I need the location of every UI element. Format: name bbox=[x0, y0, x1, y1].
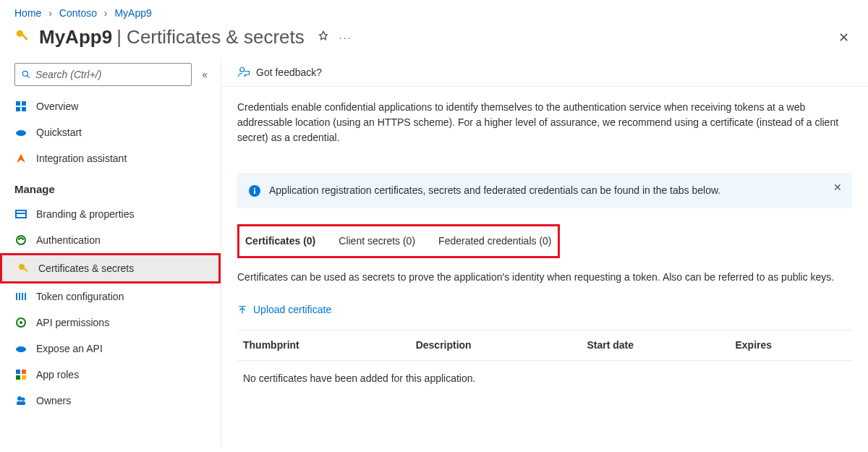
sidebar-item-label: API permissions bbox=[36, 317, 109, 328]
branding-icon bbox=[14, 208, 27, 221]
credentials-description: Credentials enable confidential applicat… bbox=[237, 100, 852, 145]
svg-rect-1 bbox=[21, 33, 28, 40]
page-header: MyApp9 | Certificates & secrets ··· ✕ bbox=[0, 23, 868, 59]
feedback-icon bbox=[237, 66, 250, 79]
feedback-label: Got feedback? bbox=[256, 67, 322, 78]
info-icon bbox=[249, 185, 260, 197]
sidebar-item-certificates[interactable]: Certificates & secrets bbox=[2, 255, 218, 281]
svg-line-3 bbox=[27, 76, 30, 78]
svg-rect-23 bbox=[16, 375, 20, 380]
col-expires: Expires bbox=[729, 330, 852, 360]
sidebar-item-expose-api[interactable]: Expose an API bbox=[0, 336, 221, 362]
sidebar-item-owners[interactable]: Owners bbox=[0, 388, 221, 414]
sidebar-item-label: Branding & properties bbox=[36, 208, 134, 220]
upload-icon bbox=[237, 305, 247, 315]
svg-point-8 bbox=[16, 130, 26, 136]
overview-icon bbox=[14, 100, 27, 113]
search-input[interactable]: Search (Ctrl+/) bbox=[14, 63, 192, 86]
svg-rect-30 bbox=[254, 190, 255, 194]
svg-point-19 bbox=[20, 321, 22, 324]
col-start-date: Start date bbox=[581, 330, 729, 360]
owners-icon bbox=[14, 394, 27, 407]
svg-rect-4 bbox=[16, 101, 20, 106]
sidebar-item-label: Integration assistant bbox=[36, 153, 127, 164]
col-description: Description bbox=[410, 330, 582, 360]
svg-rect-31 bbox=[254, 188, 255, 189]
search-icon bbox=[21, 69, 31, 80]
sidebar-item-branding[interactable]: Branding & properties bbox=[0, 201, 221, 227]
sidebar-item-quickstart[interactable]: Quickstart bbox=[0, 119, 221, 145]
breadcrumb-tenant[interactable]: Contoso bbox=[59, 7, 97, 19]
cloud-icon bbox=[14, 126, 27, 139]
info-bar: Application registration certificates, s… bbox=[237, 173, 852, 208]
svg-point-26 bbox=[22, 398, 25, 401]
token-icon bbox=[14, 290, 27, 303]
sidebar: Search (Ctrl+/) « Overview Quickstart In… bbox=[0, 59, 221, 447]
certificates-table: Thumbprint Description Start date Expire… bbox=[237, 330, 852, 361]
pin-icon[interactable] bbox=[318, 30, 329, 44]
breadcrumb-app[interactable]: MyApp9 bbox=[114, 7, 151, 19]
page-title: MyApp9 | Certificates & secrets bbox=[39, 26, 305, 48]
sidebar-item-app-roles[interactable]: App roles bbox=[0, 362, 221, 388]
sidebar-item-label: App roles bbox=[36, 369, 79, 380]
upload-certificate-label: Upload certificate bbox=[253, 302, 331, 317]
sidebar-item-label: Certificates & secrets bbox=[38, 263, 134, 274]
toolbar: Got feedback? bbox=[221, 59, 868, 87]
sidebar-item-integration[interactable]: Integration assistant bbox=[0, 145, 221, 171]
main-content: Got feedback? Credentials enable confide… bbox=[221, 59, 868, 447]
svg-rect-21 bbox=[16, 370, 20, 374]
svg-point-20 bbox=[16, 346, 26, 352]
highlight-tabs: Certificates (0) Client secrets (0) Fede… bbox=[237, 224, 560, 258]
close-icon[interactable]: ✕ bbox=[838, 30, 854, 46]
svg-point-25 bbox=[17, 396, 22, 401]
api-permissions-icon bbox=[14, 316, 27, 329]
sidebar-nav: Overview Quickstart Integration assistan… bbox=[0, 93, 221, 447]
svg-rect-13 bbox=[23, 268, 27, 272]
chevron-right-icon: › bbox=[104, 7, 108, 19]
sidebar-item-label: Token configuration bbox=[36, 291, 124, 302]
sidebar-item-label: Authentication bbox=[36, 234, 101, 246]
breadcrumb-home[interactable]: Home bbox=[14, 7, 41, 19]
key-icon bbox=[14, 28, 30, 46]
svg-point-28 bbox=[240, 67, 244, 72]
sidebar-item-token-config[interactable]: Token configuration bbox=[0, 283, 221, 310]
upload-certificate-button[interactable]: Upload certificate bbox=[237, 302, 331, 317]
svg-rect-6 bbox=[16, 107, 20, 111]
auth-icon bbox=[14, 234, 27, 247]
tab-federated-credentials[interactable]: Federated credentials (0) bbox=[437, 232, 553, 252]
certificates-empty-message: No certificates have been added for this… bbox=[237, 361, 852, 396]
sidebar-item-label: Overview bbox=[36, 101, 78, 112]
sidebar-item-label: Quickstart bbox=[36, 127, 82, 138]
svg-rect-27 bbox=[17, 401, 25, 405]
key-icon bbox=[17, 262, 30, 275]
svg-rect-7 bbox=[22, 107, 26, 111]
feedback-button[interactable]: Got feedback? bbox=[237, 66, 322, 79]
app-roles-icon bbox=[14, 368, 27, 381]
breadcrumb: Home › Contoso › MyApp9 bbox=[0, 0, 868, 23]
svg-rect-24 bbox=[22, 375, 26, 380]
svg-point-11 bbox=[17, 236, 25, 244]
sidebar-section-manage: Manage bbox=[0, 171, 221, 201]
collapse-sidebar-icon[interactable]: « bbox=[202, 69, 208, 80]
col-thumbprint: Thumbprint bbox=[237, 330, 410, 360]
tab-certificates[interactable]: Certificates (0) bbox=[244, 232, 317, 252]
expose-api-icon bbox=[14, 342, 27, 355]
sidebar-item-authentication[interactable]: Authentication bbox=[0, 227, 221, 253]
sidebar-item-label: Expose an API bbox=[36, 343, 103, 354]
dismiss-info-icon[interactable]: ✕ bbox=[833, 180, 842, 195]
credential-tabs: Certificates (0) Client secrets (0) Fede… bbox=[244, 232, 553, 252]
highlight-certificates-nav: Certificates & secrets bbox=[0, 253, 221, 283]
chevron-right-icon: › bbox=[48, 7, 52, 19]
info-message: Application registration certificates, s… bbox=[269, 183, 720, 198]
svg-rect-22 bbox=[22, 370, 26, 374]
rocket-icon bbox=[14, 152, 27, 165]
more-icon[interactable]: ··· bbox=[339, 32, 352, 43]
sidebar-item-label: Owners bbox=[36, 395, 71, 406]
sidebar-item-overview[interactable]: Overview bbox=[0, 93, 221, 119]
sidebar-item-api-permissions[interactable]: API permissions bbox=[0, 310, 221, 336]
svg-point-2 bbox=[22, 71, 27, 76]
svg-rect-5 bbox=[22, 101, 26, 106]
tab-client-secrets[interactable]: Client secrets (0) bbox=[337, 232, 417, 252]
tab-description: Certificates can be used as secrets to p… bbox=[237, 270, 852, 285]
